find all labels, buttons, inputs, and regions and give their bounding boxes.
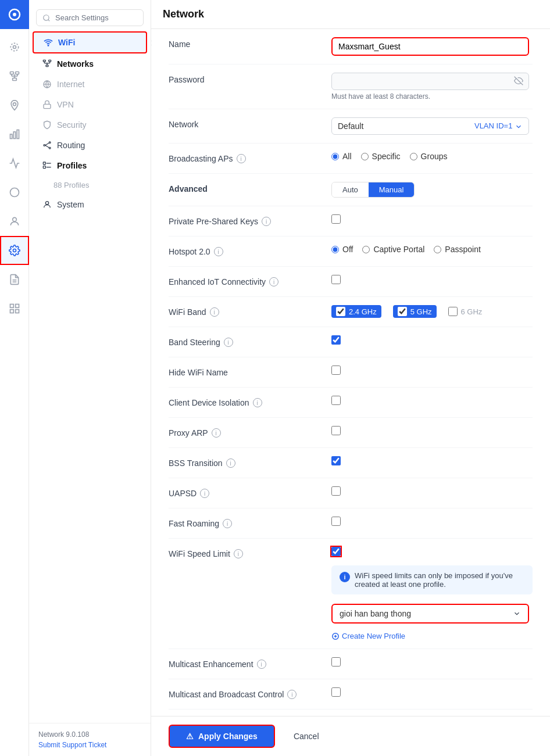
proxy-arp-checkbox[interactable] [331, 426, 341, 435]
broadcasting-groups-radio[interactable] [410, 153, 417, 160]
name-input[interactable] [331, 37, 529, 56]
nav-icon-doc[interactable] [0, 265, 29, 294]
nav-icon-home[interactable] [0, 33, 29, 62]
fast-roaming-checkbox[interactable] [331, 517, 341, 526]
multicast-broadcast-info-icon[interactable]: i [287, 690, 297, 699]
band-5g-checkbox[interactable] [398, 307, 407, 316]
band-2g-checkbox[interactable] [336, 307, 345, 316]
proxy-arp-info-icon[interactable]: i [212, 428, 221, 438]
nav-icon-activity[interactable] [0, 149, 29, 178]
hotspot-captive-radio[interactable] [362, 246, 370, 253]
password-eye-icon[interactable] [514, 76, 523, 87]
client-isolation-checkbox[interactable] [331, 396, 341, 405]
multicast-broadcast-row: Multicast and Broadcast Control i [169, 679, 533, 710]
broadcasting-specific-option[interactable]: Specific [361, 152, 401, 161]
password-label: Password [169, 73, 331, 84]
private-psk-info-icon[interactable]: i [262, 217, 271, 226]
nav-icon-grid[interactable] [0, 294, 29, 323]
hide-wifi-checkbox[interactable] [331, 366, 341, 375]
multicast-enhancement-checkbox[interactable] [331, 657, 341, 667]
wifi-speed-limit-checkbox[interactable] [331, 547, 341, 556]
sidebar-item-vpn[interactable]: VPN [33, 95, 147, 114]
hotspot-passpoint-option[interactable]: Passpoint [434, 245, 480, 254]
svg-rect-6 [12, 78, 16, 80]
broadcasting-all-radio[interactable] [331, 153, 339, 160]
sidebar-item-routing[interactable]: Routing [33, 135, 147, 155]
apply-changes-button[interactable]: ⚠ Apply Changes [169, 725, 275, 748]
search-settings-input[interactable]: Search Settings [36, 9, 144, 26]
band-steering-checkbox[interactable] [331, 335, 341, 345]
internet-icon [42, 79, 52, 89]
sidebar-item-networks[interactable]: Networks [33, 54, 147, 74]
uapsd-info-icon[interactable]: i [200, 489, 209, 498]
info-dot-icon: i [340, 572, 350, 582]
hotspot-passpoint-radio[interactable] [434, 246, 441, 253]
svg-point-17 [13, 249, 16, 252]
sidebar-item-security[interactable]: Security [33, 115, 147, 135]
svg-rect-21 [15, 304, 19, 308]
wifi-band-info-icon[interactable]: i [210, 307, 219, 317]
sidebar-item-system-label: System [57, 200, 84, 209]
svg-rect-5 [15, 72, 19, 74]
client-isolation-info-icon[interactable]: i [253, 398, 262, 407]
broadcasting-info-icon[interactable]: i [237, 154, 246, 163]
svg-point-3 [10, 43, 18, 51]
nav-icon-user[interactable] [0, 207, 29, 236]
sidebar-collapse-button[interactable] [151, 36, 157, 50]
hotspot-off-radio[interactable] [331, 246, 339, 253]
hotspot-off-option[interactable]: Off [331, 245, 353, 254]
band-2g-label[interactable]: 2.4 GHz [331, 305, 381, 318]
password-row: Password Must have at least 8 characters… [169, 65, 533, 109]
sidebar-item-profiles-count[interactable]: 88 Profiles [33, 176, 147, 194]
network-select[interactable]: Default VLAN ID=1 [331, 117, 529, 135]
support-ticket-link[interactable]: Submit Support Ticket [38, 741, 141, 749]
svg-rect-42 [43, 162, 45, 164]
create-new-profile-link[interactable]: Create New Profile [331, 632, 405, 640]
bss-transition-checkbox[interactable] [331, 456, 341, 465]
advanced-control: Auto Manual [331, 182, 533, 198]
name-row: Name [169, 29, 533, 65]
hotspot-info-icon[interactable]: i [214, 247, 223, 256]
nav-icon-stats[interactable] [0, 120, 29, 149]
nav-icon-circle[interactable] [0, 178, 29, 207]
svg-rect-20 [10, 304, 13, 308]
broadcasting-specific-radio[interactable] [361, 153, 369, 160]
nav-icon-settings[interactable] [0, 236, 29, 265]
band-steering-info-icon[interactable]: i [224, 338, 233, 347]
advanced-auto-btn[interactable]: Auto [332, 182, 369, 197]
band-6g-checkbox[interactable] [448, 307, 458, 316]
hotspot-label: Hotspot 2.0 i [169, 245, 331, 256]
sidebar-item-routing-label: Routing [57, 141, 85, 150]
broadcasting-all-option[interactable]: All [331, 152, 352, 161]
enhanced-iot-checkbox[interactable] [331, 275, 341, 284]
sidebar-item-profiles[interactable]: Profiles [33, 156, 147, 175]
fast-roaming-info-icon[interactable]: i [223, 519, 232, 528]
network-control: Default VLAN ID=1 [331, 117, 533, 135]
advanced-manual-btn[interactable]: Manual [369, 182, 415, 197]
uapsd-checkbox[interactable] [331, 486, 341, 496]
enhanced-iot-info-icon[interactable]: i [269, 277, 278, 286]
nav-icon-location[interactable] [0, 91, 29, 120]
wifi-speed-limit-info-icon[interactable]: i [234, 549, 243, 558]
band-6g-label[interactable]: 6 GHz [444, 305, 487, 318]
password-input[interactable] [331, 73, 529, 90]
sidebar-item-system[interactable]: System [33, 195, 147, 214]
private-psk-checkbox[interactable] [331, 214, 341, 224]
speed-profile-value: gioi han bang thong [340, 609, 411, 618]
broadcasting-groups-option[interactable]: Groups [410, 152, 448, 161]
nav-icon-network[interactable] [0, 62, 29, 91]
cancel-button[interactable]: Cancel [284, 726, 328, 747]
bss-transition-info-icon[interactable]: i [226, 458, 235, 468]
sidebar-item-vpn-label: VPN [57, 100, 74, 109]
broadcasting-specific-label: Specific [372, 152, 401, 161]
svg-point-39 [49, 147, 51, 149]
hotspot-captive-option[interactable]: Captive Portal [362, 245, 424, 254]
broadcasting-control: All Specific Groups [331, 152, 533, 161]
sidebar-item-wifi[interactable]: WiFi [33, 31, 147, 53]
app-logo [0, 0, 29, 29]
sidebar-item-internet[interactable]: Internet [33, 74, 147, 94]
band-5g-label[interactable]: 5 GHz [393, 305, 437, 318]
multicast-broadcast-checkbox[interactable] [331, 687, 341, 697]
multicast-enhancement-info-icon[interactable]: i [257, 660, 266, 669]
speed-profile-select[interactable]: gioi han bang thong [331, 604, 529, 624]
